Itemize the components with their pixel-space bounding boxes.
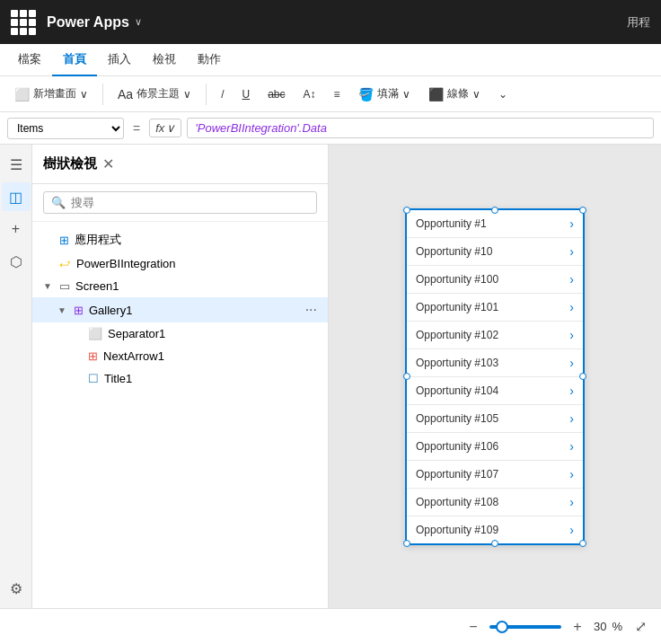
left-toolbar: ☰ ◫ + ⬡ ⚙ (0, 145, 32, 608)
gallery-item-label: Opportunity #100 (416, 273, 498, 286)
menu-item-view[interactable]: 檢視 (142, 44, 187, 76)
sidebar-close-button[interactable]: ✕ (97, 154, 119, 174)
toolbar: ⬜ 新增畫面 ∨ Aa 佈景主題 ∨ / U abc A↕ ≡ 🪣 填滿 ∨ ⬛… (0, 76, 661, 112)
tree-item-powerbi-label: PowerBIIntegration (76, 257, 176, 270)
theme-button[interactable]: Aa 佈景主題 ∨ (110, 83, 198, 105)
gallery-item-label: Opportunity #107 (416, 468, 498, 481)
gallery-item-label: Opportunity #101 (416, 301, 498, 313)
fx-label: fx (155, 121, 164, 135)
zoom-plus-button[interactable]: + (567, 616, 588, 638)
tree-item-title1[interactable]: ☐ Title1 (32, 367, 328, 390)
zoom-slider[interactable] (489, 625, 561, 629)
gallery-item-chevron-icon: › (569, 300, 574, 314)
fx-button[interactable]: fx ∨ (149, 119, 181, 137)
gallery-list-item[interactable]: Opportunity #106› (407, 433, 583, 461)
tree-item-separator1[interactable]: ⬜ Separator1 (32, 322, 328, 345)
gallery-list-item[interactable]: Opportunity #105› (407, 405, 583, 433)
gallery-item-chevron-icon: › (569, 328, 574, 342)
gallery-item-label: Opportunity #105 (416, 412, 498, 425)
menu-item-home[interactable]: 首頁 (52, 44, 97, 76)
tree-item-screen1[interactable]: ▼ ▭ Screen1 (32, 275, 328, 297)
strikethrough-button[interactable]: abc (260, 84, 292, 104)
format-button[interactable]: / (214, 84, 231, 104)
tree-item-title1-label: Title1 (104, 372, 132, 385)
layers-button[interactable]: ◫ (2, 182, 31, 211)
data-button[interactable]: ⬡ (2, 247, 31, 276)
menu-item-insert[interactable]: 插入 (97, 44, 142, 76)
toolbar-separator-1 (102, 84, 103, 105)
gallery-item-chevron-icon: › (569, 495, 574, 509)
resize-handle-bl[interactable] (403, 540, 410, 547)
property-select[interactable]: Items (7, 118, 124, 139)
line-button[interactable]: ⬛ 線條 ∨ (421, 83, 488, 105)
formula-bar: Items = fx ∨ (0, 112, 661, 145)
fill-chevron-icon: ∨ (402, 88, 410, 101)
gallery-list-item[interactable]: Opportunity #1› (407, 210, 583, 238)
app-icon: ⊞ (59, 234, 69, 247)
resize-handle-tm[interactable] (491, 207, 498, 214)
gallery-list-item[interactable]: Opportunity #100› (407, 266, 583, 294)
resize-handle-ml[interactable] (403, 373, 410, 380)
gallery-item-label: Opportunity #106 (416, 440, 498, 453)
underline-button[interactable]: U (234, 84, 257, 104)
gallery-list-item[interactable]: Opportunity #104› (407, 377, 583, 405)
title1-icon: ☐ (88, 372, 99, 385)
top-bar-right: 用程 (627, 14, 650, 31)
resize-handle-br[interactable] (579, 540, 586, 547)
zoom-percent: % (612, 620, 622, 633)
hamburger-button[interactable]: ☰ (2, 150, 31, 179)
screen1-icon: ▭ (59, 279, 70, 293)
waffle-icon[interactable] (11, 10, 36, 35)
expand-icon[interactable]: ⤢ (635, 618, 647, 635)
search-icon: 🔍 (51, 196, 66, 209)
resize-handle-tr[interactable] (579, 207, 586, 214)
gallery-list-item[interactable]: Opportunity #10› (407, 238, 583, 266)
gallery-item-chevron-icon: › (569, 356, 574, 370)
font-size-button[interactable]: A↕ (296, 84, 323, 104)
new-screen-button[interactable]: ⬜ 新增畫面 ∨ (7, 83, 95, 105)
more-button[interactable]: ⌄ (491, 84, 515, 104)
gallery1-options-button[interactable]: ··· (305, 302, 317, 318)
resize-handle-bm[interactable] (491, 540, 498, 547)
menu-item-action[interactable]: 動作 (187, 44, 232, 76)
fx-chevron-icon: ∨ (166, 121, 175, 135)
gallery-widget[interactable]: Opportunity #1›Opportunity #10›Opportuni… (405, 208, 585, 545)
line-icon: ⬛ (428, 87, 444, 101)
gallery-item-chevron-icon: › (569, 272, 574, 287)
formula-input[interactable] (187, 118, 654, 138)
tree-item-app[interactable]: ⊞ 應用程式 (32, 227, 328, 252)
fill-icon: 🪣 (358, 87, 374, 101)
settings-button[interactable]: ⚙ (2, 574, 31, 603)
expand-screen1-icon: ▼ (43, 281, 54, 291)
fill-button[interactable]: 🪣 填滿 ∨ (351, 83, 418, 105)
gallery-list-item[interactable]: Opportunity #102› (407, 322, 583, 349)
gallery-list-item[interactable]: Opportunity #101› (407, 294, 583, 322)
gallery-item-chevron-icon: › (569, 523, 574, 537)
powerbi-icon: ⮐ (59, 257, 71, 270)
zoom-minus-button[interactable]: − (463, 616, 484, 638)
data-icon: ⬡ (10, 253, 22, 270)
gallery-list-item[interactable]: Opportunity #108› (407, 489, 583, 516)
hamburger-icon: ☰ (10, 156, 22, 173)
tree-item-powerbi[interactable]: ⮐ PowerBIIntegration (32, 252, 328, 275)
resize-handle-mr[interactable] (579, 373, 586, 380)
sidebar-search: 🔍 (32, 184, 328, 222)
canvas: Opportunity #1›Opportunity #10›Opportuni… (329, 145, 661, 608)
bottom-bar: − + 30 % ⤢ (0, 608, 661, 644)
align-button[interactable]: ≡ (327, 84, 348, 104)
menu-item-file[interactable]: 檔案 (7, 44, 52, 76)
gallery-list-item[interactable]: Opportunity #107› (407, 461, 583, 489)
gallery-item-chevron-icon: › (569, 384, 574, 398)
search-input[interactable] (71, 196, 309, 209)
sidebar-header: 樹狀檢視 ✕ (32, 145, 328, 184)
gallery-item-chevron-icon: › (569, 439, 574, 454)
gallery-list-item[interactable]: Opportunity #103› (407, 349, 583, 377)
tree-item-gallery1[interactable]: ▼ ⊞ Gallery1 ··· (32, 297, 328, 322)
gallery-item-label: Opportunity #102 (416, 329, 498, 341)
app-chevron-icon[interactable]: ∨ (135, 16, 142, 28)
resize-handle-tl[interactable] (403, 207, 410, 214)
main-content: ☰ ◫ + ⬡ ⚙ 樹狀檢視 ✕ 🔍 ⊞ (0, 145, 661, 608)
tree-item-nextarrow1[interactable]: ⊞ NextArrow1 (32, 345, 328, 367)
gallery-item-label: Opportunity #1 (416, 217, 487, 230)
add-button[interactable]: + (2, 215, 31, 243)
